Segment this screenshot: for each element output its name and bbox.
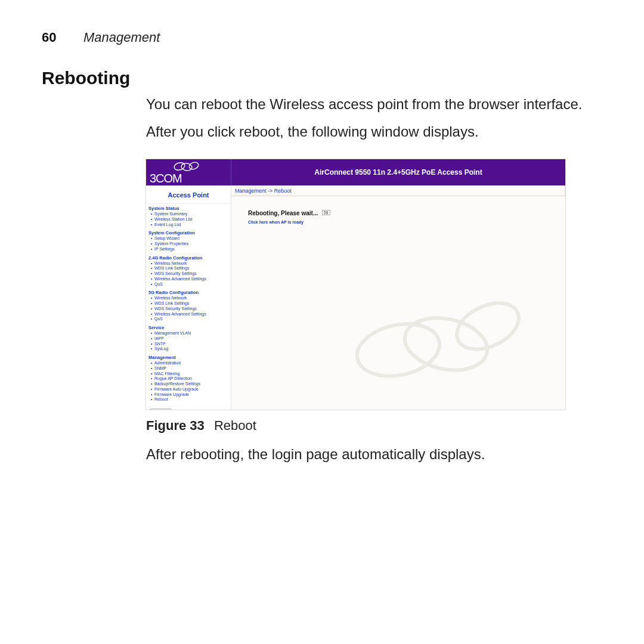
nav-link[interactable]: MAC Filtering xyxy=(151,371,231,377)
body-paragraph: You can reboot the Wireless access point… xyxy=(146,94,602,114)
nav-link[interactable]: QoS xyxy=(151,282,231,287)
content-pane: Management -> Reboot Rebooting, Please w… xyxy=(231,185,565,410)
nav-link[interactable]: System Properties xyxy=(151,242,231,247)
body-paragraph: After you click reboot, the following wi… xyxy=(146,122,602,142)
nav-link[interactable]: Firmware Auto Upgrade xyxy=(151,387,231,392)
nav-section-24g: 2.4G Radio Configuration xyxy=(146,253,231,261)
section-heading: Rebooting xyxy=(42,68,602,88)
nav-section-5g: 5G Radio Configuration xyxy=(146,288,231,296)
nav-link[interactable]: WDS Security Settings xyxy=(151,306,231,312)
nav-link[interactable]: WDS Link Settings xyxy=(151,301,231,306)
reboot-message: Rebooting, Please wait... xyxy=(248,210,318,216)
nav-link[interactable]: Wireless Station List xyxy=(151,217,231,222)
nav-link[interactable]: QoS xyxy=(151,317,231,322)
screenshot-body: Access Point System Status System Summar… xyxy=(146,185,565,410)
nav-section-service: Service xyxy=(146,323,231,331)
nav-link[interactable]: Firmware Upgrade xyxy=(151,392,231,398)
figure-label: Figure 33 xyxy=(146,418,205,433)
nav-link[interactable]: SNMP xyxy=(151,366,231,371)
svg-point-3 xyxy=(352,317,444,383)
rings-icon xyxy=(172,160,201,172)
nav-section-system-status: System Status xyxy=(146,204,231,212)
screenshot-header: 3COM AirConnect 9550 11n 2.4+5GHz PoE Ac… xyxy=(146,159,565,185)
svg-point-5 xyxy=(450,294,526,358)
nav-link[interactable]: Management VLAN xyxy=(151,331,231,336)
nav-link[interactable]: System Summary xyxy=(151,212,231,217)
device-banner: AirConnect 9550 11n 2.4+5GHz PoE Access … xyxy=(231,159,565,185)
nav-link[interactable]: Wireless Network xyxy=(151,261,231,267)
nav-link[interactable]: Setup Wizard xyxy=(151,236,231,242)
nav-link[interactable]: WDS Link Settings xyxy=(151,266,231,271)
nav-link[interactable]: Wireless Network xyxy=(151,296,231,301)
body-block: After rebooting, the login page automati… xyxy=(146,444,602,465)
brand-text: 3COM xyxy=(150,172,182,185)
nav-link[interactable]: IP Settings xyxy=(151,247,231,252)
figure-title: Reboot xyxy=(214,418,256,433)
running-header: 60 Management xyxy=(42,30,602,45)
nav-section-system-config: System Configuration xyxy=(146,228,231,236)
logoff-wrap: Log Off xyxy=(150,405,231,410)
ap-ready-link[interactable]: Click here when AP is ready xyxy=(248,220,565,224)
breadcrumb: Management -> Reboot xyxy=(231,185,565,196)
nav-link[interactable]: Event Log List xyxy=(151,222,231,228)
nav-link[interactable]: Wireless Advanced Settings xyxy=(151,312,231,317)
nav-link[interactable]: IAPP xyxy=(151,336,231,342)
reboot-countdown: 58 xyxy=(322,210,330,215)
nav-link[interactable]: Backup/Restore Settings xyxy=(151,382,231,387)
nav-link[interactable]: Rogue AP Detection xyxy=(151,376,231,382)
nav-link[interactable]: WDS Security Settings xyxy=(151,271,231,277)
chapter-title: Management xyxy=(83,30,160,45)
body-block: You can reboot the Wireless access point… xyxy=(146,94,602,141)
nav-sidebar: Access Point System Status System Summar… xyxy=(146,185,231,410)
svg-point-4 xyxy=(400,311,492,377)
page-number: 60 xyxy=(42,30,66,45)
body-paragraph: After rebooting, the login page automati… xyxy=(146,444,602,465)
nav-link[interactable]: Reboot xyxy=(151,397,231,402)
logoff-button[interactable]: Log Off xyxy=(150,408,172,410)
nav-link[interactable]: Wireless Advanced Settings xyxy=(151,277,231,282)
nav-link[interactable]: Administration xyxy=(151,361,231,366)
document-page: 60 Management Rebooting You can reboot t… xyxy=(0,0,644,644)
watermark-rings-icon xyxy=(339,273,530,392)
brand-logo-cell: 3COM xyxy=(146,159,231,185)
nav-link[interactable]: SNTP xyxy=(151,342,231,347)
nav-section-management: Management xyxy=(146,353,231,361)
reboot-status: Rebooting, Please wait... 58 Click here … xyxy=(248,207,565,224)
figure-caption: Figure 33 Reboot xyxy=(146,418,602,434)
nav-link[interactable]: SysLog xyxy=(151,346,231,352)
screenshot-figure: 3COM AirConnect 9550 11n 2.4+5GHz PoE Ac… xyxy=(146,159,565,410)
sidebar-title: Access Point xyxy=(146,188,231,204)
svg-point-2 xyxy=(188,161,200,171)
